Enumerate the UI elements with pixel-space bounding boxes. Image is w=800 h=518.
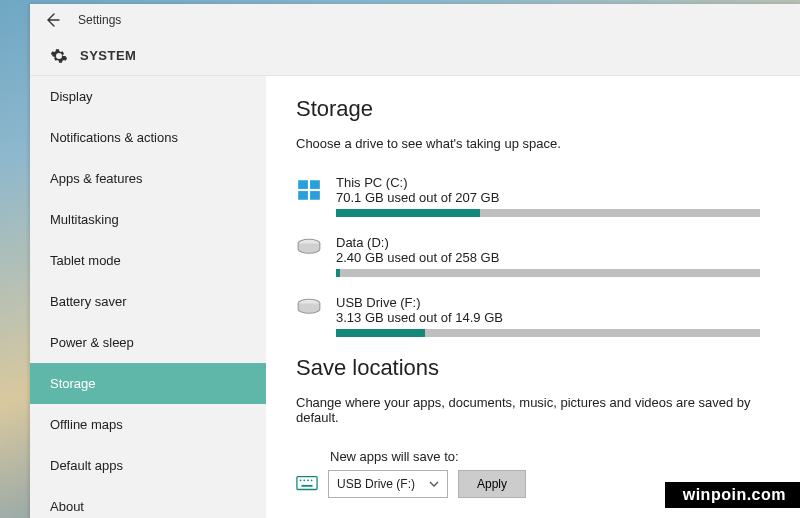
back-arrow-icon bbox=[44, 12, 60, 28]
svg-point-9 bbox=[303, 479, 305, 481]
titlebar-label: Settings bbox=[78, 13, 121, 27]
gear-icon bbox=[50, 47, 68, 65]
sidebar-item-battery-saver[interactable]: Battery saver bbox=[30, 281, 266, 322]
drive-row[interactable]: Data (D:)2.40 GB used out of 258 GB bbox=[296, 235, 760, 277]
sidebar-item-apps-features[interactable]: Apps & features bbox=[30, 158, 266, 199]
drive-usage: 2.40 GB used out of 258 GB bbox=[336, 250, 760, 265]
apply-button[interactable]: Apply bbox=[458, 470, 526, 498]
sidebar-item-default-apps[interactable]: Default apps bbox=[30, 445, 266, 486]
settings-window: Settings SYSTEM DisplayNotifications & a… bbox=[30, 4, 800, 518]
sidebar-item-display[interactable]: Display bbox=[30, 76, 266, 117]
drive-usage-bar bbox=[336, 329, 760, 337]
svg-rect-7 bbox=[302, 485, 313, 487]
main-content: Storage Choose a drive to see what's tak… bbox=[266, 76, 800, 518]
sidebar-item-storage[interactable]: Storage bbox=[30, 363, 266, 404]
windows-drive-icon bbox=[296, 177, 322, 203]
watermark: winpoin.com bbox=[665, 482, 800, 508]
svg-rect-6 bbox=[297, 477, 317, 490]
storage-description: Choose a drive to see what's taking up s… bbox=[296, 136, 760, 151]
header: SYSTEM bbox=[30, 36, 800, 76]
drive-name: This PC (C:) bbox=[336, 175, 760, 190]
sidebar-item-multitasking[interactable]: Multitasking bbox=[30, 199, 266, 240]
drive-row[interactable]: This PC (C:)70.1 GB used out of 207 GB bbox=[296, 175, 760, 217]
svg-rect-0 bbox=[298, 180, 308, 189]
svg-point-11 bbox=[311, 479, 313, 481]
svg-rect-2 bbox=[298, 191, 308, 200]
sidebar-item-notifications-actions[interactable]: Notifications & actions bbox=[30, 117, 266, 158]
keyboard-icon bbox=[296, 475, 318, 493]
storage-heading: Storage bbox=[296, 96, 760, 122]
svg-point-8 bbox=[300, 479, 302, 481]
hdd-icon bbox=[296, 237, 322, 263]
drive-usage-bar bbox=[336, 209, 760, 217]
sidebar-item-about[interactable]: About bbox=[30, 486, 266, 518]
titlebar: Settings bbox=[30, 4, 800, 36]
svg-rect-3 bbox=[310, 191, 320, 200]
hdd-icon bbox=[296, 297, 322, 323]
drive-usage-bar bbox=[336, 269, 760, 277]
sidebar-item-tablet-mode[interactable]: Tablet mode bbox=[30, 240, 266, 281]
sidebar-item-power-sleep[interactable]: Power & sleep bbox=[30, 322, 266, 363]
chevron-down-icon bbox=[429, 479, 439, 489]
header-title: SYSTEM bbox=[80, 48, 136, 63]
svg-rect-1 bbox=[310, 180, 320, 189]
back-button[interactable] bbox=[40, 8, 64, 32]
select-value: USB Drive (F:) bbox=[337, 477, 415, 491]
save-locations-description: Change where your apps, documents, music… bbox=[296, 395, 760, 425]
svg-point-10 bbox=[307, 479, 309, 481]
save-location-select[interactable]: USB Drive (F:) bbox=[328, 470, 448, 498]
drive-usage: 70.1 GB used out of 207 GB bbox=[336, 190, 760, 205]
sidebar-item-offline-maps[interactable]: Offline maps bbox=[30, 404, 266, 445]
save-locations-heading: Save locations bbox=[296, 355, 760, 381]
sidebar: DisplayNotifications & actionsApps & fea… bbox=[30, 76, 266, 518]
drive-name: USB Drive (F:) bbox=[336, 295, 760, 310]
drive-usage: 3.13 GB used out of 14.9 GB bbox=[336, 310, 760, 325]
save-to-label: New apps will save to: bbox=[330, 449, 760, 464]
drive-row[interactable]: USB Drive (F:)3.13 GB used out of 14.9 G… bbox=[296, 295, 760, 337]
drive-name: Data (D:) bbox=[336, 235, 760, 250]
